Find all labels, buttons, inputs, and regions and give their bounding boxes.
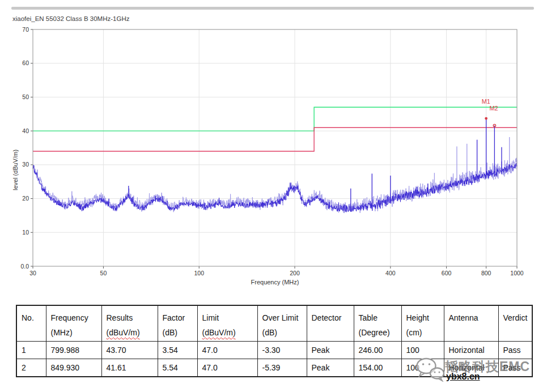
x-axis-title: Frequency (MHz) <box>251 279 299 286</box>
cell-frequency: 799.988 <box>46 342 101 359</box>
peak-markers: M1M2 <box>482 98 498 127</box>
x-tick-label: 50 <box>100 270 107 276</box>
trace-peak-light <box>33 158 517 213</box>
cell-frequency: 849.930 <box>46 359 101 377</box>
x-tick-label: 30 <box>29 270 36 276</box>
cell-factor: 3.54 <box>158 342 197 359</box>
marker-dot-M1 <box>485 117 487 120</box>
y-tick-label: 50 <box>22 93 29 100</box>
cell-limit: 47.0 <box>197 359 257 377</box>
y-tick-label: 60 <box>22 59 29 66</box>
cell-results: 41.61 <box>101 359 158 377</box>
cell-height: 100 <box>401 359 444 377</box>
x-tick-label: 600 <box>442 270 452 276</box>
x-tick-label: 100 <box>194 270 204 276</box>
marker-label-M2: M2 <box>489 105 498 112</box>
col-header-frequency: Frequency(MHz) <box>46 305 101 342</box>
cell-over_limit: -5.39 <box>257 359 307 377</box>
cell-table_degree: 246.00 <box>354 342 401 359</box>
plot-border <box>33 29 517 266</box>
marker-label-M1: M1 <box>482 98 490 105</box>
cell-no: 2 <box>16 359 46 377</box>
cell-antenna: Horizontal <box>444 342 498 359</box>
col-header-detector: Detector <box>307 305 354 342</box>
cell-table_degree: 154.00 <box>354 359 401 377</box>
y-tick-label: 40 <box>22 127 29 134</box>
col-header-height: Height(cm) <box>401 305 444 342</box>
cell-height: 100 <box>401 342 444 359</box>
col-header-limit: Limit(dBuV/m) <box>197 305 257 342</box>
results-table-wrap: No. Frequency(MHz) Results(dBuV/m) Facto… <box>16 305 533 377</box>
col-header-over-limit: Over Limit(dB) <box>257 305 307 342</box>
x-tick-label: 1000 <box>510 270 524 276</box>
y-tick-label: 0.0 <box>20 263 29 270</box>
limit-lines <box>33 107 517 151</box>
cell-limit: 47.0 <box>197 342 257 359</box>
emc-report-page: xiaofei_EN 55032 Class B 30MHz-1GHz M1M2… <box>0 0 547 392</box>
table-row: 2849.93041.615.5447.0-5.39Peak154.00100H… <box>16 359 532 377</box>
y-tick-label: 20 <box>22 195 29 202</box>
cell-no: 1 <box>16 342 46 359</box>
cell-results: 43.70 <box>101 342 158 359</box>
cell-verdict: Pass <box>498 342 532 359</box>
y-tick-label: 30 <box>22 161 29 168</box>
x-tick-label: 800 <box>481 270 491 276</box>
col-header-table-degree: Table(Degree) <box>354 305 401 342</box>
cell-detector: Peak <box>307 342 354 359</box>
y-axis-title: level (dBuV/m) <box>12 150 19 190</box>
x-tick-label: 400 <box>385 270 396 276</box>
y-tick-label: 70 <box>22 26 29 33</box>
cell-antenna: Horizontal <box>444 359 498 377</box>
cell-verdict: Pass <box>498 359 532 377</box>
table-row: 1799.98843.703.5447.0-3.30Peak246.00100H… <box>16 342 532 359</box>
col-header-results: Results(dBuV/m) <box>101 305 158 342</box>
x-tick-label: 200 <box>290 270 300 276</box>
col-header-verdict: Verdict <box>498 305 532 342</box>
results-table: No. Frequency(MHz) Results(dBuV/m) Facto… <box>16 305 533 377</box>
col-header-no: No. <box>16 305 46 342</box>
cell-factor: 5.54 <box>158 359 197 377</box>
cell-over_limit: -3.30 <box>257 342 307 359</box>
gridlines <box>33 29 517 266</box>
col-header-factor: Factor(dB) <box>158 305 197 342</box>
header-row: No. Frequency(MHz) Results(dBuV/m) Facto… <box>16 305 532 342</box>
col-header-antenna: Antenna <box>444 305 498 342</box>
y-tick-label: 10 <box>22 229 29 236</box>
cell-detector: Peak <box>307 359 354 377</box>
emission-chart: M1M2 305010020040060080010000.0102030405… <box>0 0 547 300</box>
